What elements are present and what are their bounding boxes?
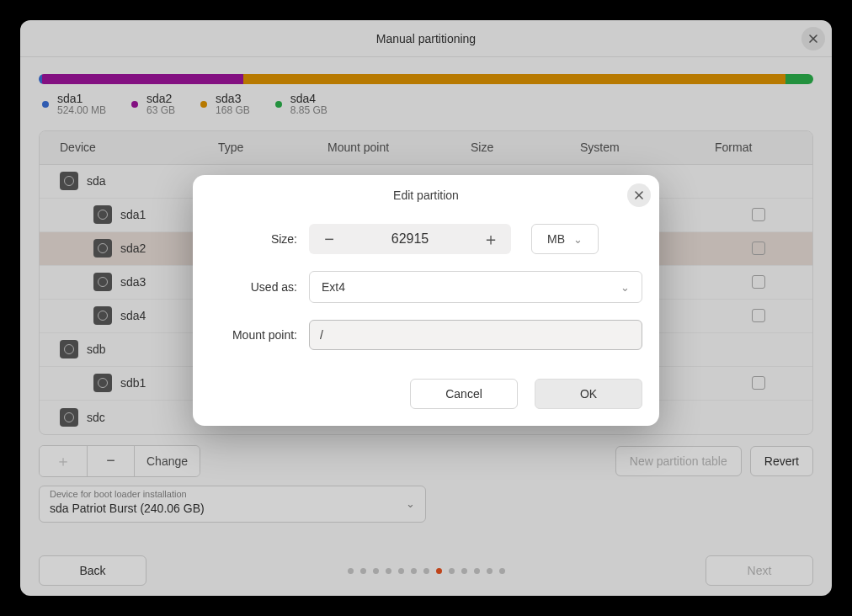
size-value[interactable]: 62915 bbox=[349, 231, 471, 247]
chevron-down-icon: ⌄ bbox=[573, 233, 583, 246]
minus-icon: − bbox=[324, 230, 334, 249]
dialog-footer: Cancel OK bbox=[193, 370, 659, 426]
chevron-down-icon: ⌄ bbox=[620, 281, 630, 294]
mount-point-label: Mount point: bbox=[210, 328, 297, 342]
mount-point-row: Mount point: bbox=[210, 320, 642, 350]
plus-icon: ＋ bbox=[482, 228, 499, 251]
size-label: Size: bbox=[210, 232, 297, 246]
size-unit-value: MB bbox=[547, 232, 565, 246]
edit-partition-dialog: Edit partition Size: − 62915 ＋ MB ⌄ Used… bbox=[193, 175, 659, 426]
size-row: Size: − 62915 ＋ MB ⌄ bbox=[210, 224, 642, 254]
size-increment-button[interactable]: ＋ bbox=[471, 224, 511, 254]
size-unit-select[interactable]: MB ⌄ bbox=[531, 224, 599, 254]
size-decrement-button[interactable]: − bbox=[309, 224, 349, 254]
close-icon bbox=[634, 190, 644, 200]
used-as-row: Used as: Ext4 ⌄ bbox=[210, 271, 642, 303]
cancel-button[interactable]: Cancel bbox=[410, 379, 518, 409]
dialog-close-button[interactable] bbox=[627, 183, 651, 207]
used-as-label: Used as: bbox=[210, 280, 297, 294]
dialog-body: Size: − 62915 ＋ MB ⌄ Used as: Ext4 ⌄ Mou… bbox=[193, 215, 659, 370]
filesystem-select[interactable]: Ext4 ⌄ bbox=[309, 271, 642, 303]
size-stepper: − 62915 ＋ bbox=[309, 224, 511, 254]
dialog-header: Edit partition bbox=[193, 175, 659, 215]
mount-point-input[interactable] bbox=[309, 320, 642, 350]
dialog-title: Edit partition bbox=[393, 189, 459, 202]
filesystem-value: Ext4 bbox=[322, 280, 345, 294]
ok-button[interactable]: OK bbox=[535, 379, 642, 409]
